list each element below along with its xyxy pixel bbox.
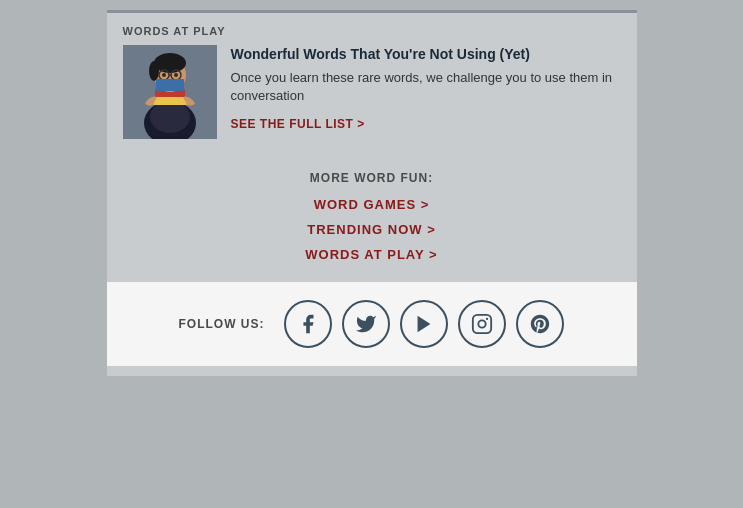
- more-word-fun-label: MORE WORD FUN:: [310, 171, 433, 185]
- pinterest-button[interactable]: [516, 300, 564, 348]
- facebook-button[interactable]: [284, 300, 332, 348]
- svg-point-13: [174, 73, 178, 77]
- svg-point-2: [150, 101, 190, 133]
- twitter-icon: [355, 313, 377, 335]
- section-header: WORDS AT PLAY: [107, 21, 637, 45]
- svg-rect-3: [153, 97, 187, 105]
- svg-marker-15: [418, 316, 431, 333]
- article-title: Wonderful Words That You're Not Using (Y…: [231, 45, 621, 63]
- pinterest-icon: [529, 313, 551, 335]
- more-word-fun-section: MORE WORD FUN: WORD GAMES > TRENDING NOW…: [107, 155, 637, 282]
- main-container: WORDS AT PLAY: [107, 10, 637, 376]
- svg-point-18: [486, 318, 488, 320]
- top-border: [107, 10, 637, 13]
- svg-point-12: [162, 73, 166, 77]
- svg-rect-14: [156, 79, 184, 91]
- trending-now-link[interactable]: TRENDING NOW >: [307, 222, 435, 237]
- svg-point-17: [479, 320, 486, 327]
- see-full-list-link[interactable]: SEE THE FULL LIST >: [231, 117, 365, 131]
- facebook-icon: [297, 313, 319, 335]
- twitter-button[interactable]: [342, 300, 390, 348]
- svg-point-8: [149, 61, 159, 81]
- page-wrapper: WORDS AT PLAY: [0, 0, 743, 508]
- article-image: [123, 45, 217, 139]
- youtube-button[interactable]: [400, 300, 448, 348]
- article-description: Once you learn these rare words, we chal…: [231, 69, 621, 105]
- article-text: Wonderful Words That You're Not Using (Y…: [231, 45, 621, 139]
- words-at-play-link[interactable]: WORDS AT PLAY >: [305, 247, 437, 262]
- instagram-button[interactable]: [458, 300, 506, 348]
- social-icons-group: [284, 300, 564, 348]
- instagram-icon: [471, 313, 493, 335]
- follow-us-label: FOLLOW US:: [179, 317, 265, 331]
- svg-rect-16: [473, 315, 491, 333]
- article-row: Wonderful Words That You're Not Using (Y…: [107, 45, 637, 155]
- youtube-icon: [413, 313, 435, 335]
- word-games-link[interactable]: WORD GAMES >: [314, 197, 430, 212]
- follow-section: FOLLOW US:: [107, 282, 637, 366]
